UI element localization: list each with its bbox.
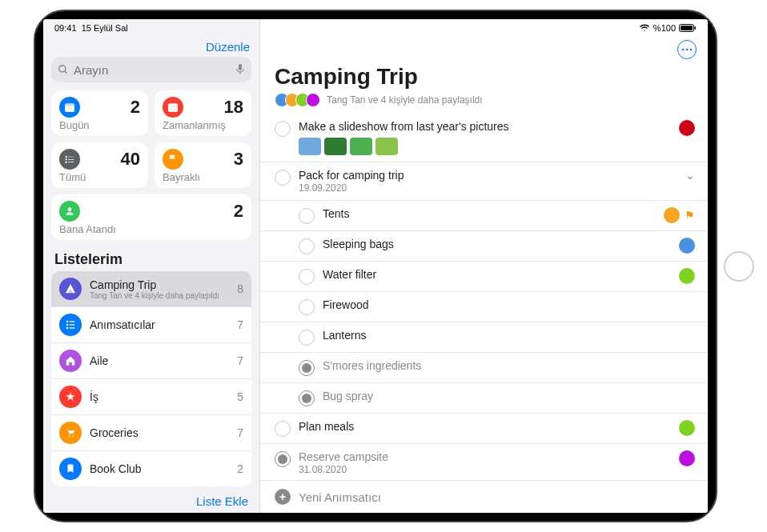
- search-field[interactable]: [51, 57, 251, 82]
- reminder-title: Sleeping bags: [323, 238, 671, 250]
- edit-button[interactable]: Düzenle: [206, 40, 250, 54]
- reminder-row[interactable]: S'mores ingredients: [260, 353, 708, 383]
- new-reminder-button[interactable]: + Yeni Anımsatıcı: [260, 480, 708, 513]
- list-name: Camping Trip: [90, 278, 229, 291]
- reminder-row[interactable]: Pack for camping trip 19.09.2020 ⌄: [260, 162, 708, 201]
- avatar: [306, 93, 320, 107]
- reminder-row[interactable]: Make a slideshow from last year's pictur…: [260, 114, 708, 162]
- assignee-avatar: [679, 238, 695, 254]
- completion-circle[interactable]: [299, 390, 315, 406]
- list-name: İş: [90, 390, 229, 403]
- completion-circle[interactable]: [275, 121, 291, 137]
- reminder-row[interactable]: Tents ⚑: [260, 201, 708, 231]
- completion-circle[interactable]: [299, 238, 315, 254]
- svg-rect-2: [239, 64, 242, 70]
- completion-circle[interactable]: [275, 421, 291, 437]
- battery-icon: [679, 24, 697, 32]
- sidebar: 09:41 15 Eylül Sal Düzenle 2 Bugün: [43, 19, 260, 513]
- reminder-title: Tents: [323, 207, 656, 220]
- list-item[interactable]: Aile 7: [51, 343, 251, 379]
- assignee-avatar: [664, 207, 680, 223]
- assignee-avatar: [679, 268, 695, 284]
- list-item[interactable]: Anımsatıcılar 7: [51, 307, 251, 343]
- reminder-row[interactable]: Reserve campsite 31.08.2020: [260, 444, 708, 480]
- list-icon: [59, 314, 82, 336]
- svg-point-11: [66, 327, 69, 330]
- reminder-title: Plan meals: [299, 420, 671, 433]
- reminder-row[interactable]: Lanterns: [260, 322, 708, 353]
- smart-list-today[interactable]: 2 Bugün: [51, 90, 148, 136]
- smart-list-scheduled[interactable]: 18 Zamanlanmış: [155, 90, 251, 136]
- svg-point-22: [690, 49, 693, 51]
- flagged-icon: [163, 149, 183, 170]
- home-button[interactable]: [724, 251, 754, 282]
- completion-circle[interactable]: [299, 269, 315, 285]
- list-icon: [59, 386, 82, 408]
- my-lists-header: Listelerim: [43, 246, 259, 271]
- list-name: Book Club: [90, 462, 229, 475]
- completion-circle[interactable]: [275, 170, 291, 186]
- reminder-row[interactable]: Water filter: [260, 262, 708, 292]
- assignee-avatar: [679, 450, 695, 466]
- svg-rect-6: [168, 103, 178, 112]
- list-item[interactable]: İş 5: [51, 379, 251, 415]
- reminder-title: Make a slideshow from last year's pictur…: [299, 120, 671, 133]
- smart-list-all[interactable]: 40 Tümü: [51, 142, 148, 188]
- search-icon: [58, 64, 69, 75]
- svg-point-16: [72, 435, 74, 437]
- list-item[interactable]: Groceries 7: [51, 415, 251, 451]
- completion-circle[interactable]: [299, 299, 315, 315]
- list-name: Groceries: [90, 426, 229, 439]
- battery-text: %100: [653, 23, 676, 33]
- list-icon: [59, 458, 82, 480]
- completion-circle[interactable]: [299, 208, 315, 224]
- chevron-down-icon[interactable]: ⌄: [685, 169, 695, 182]
- search-input[interactable]: [74, 63, 235, 77]
- smart-list-assigned[interactable]: 2 Bana Atandı: [51, 194, 251, 240]
- list-count: 7: [237, 354, 243, 367]
- reminder-row[interactable]: Bug spray: [260, 383, 708, 414]
- list-item[interactable]: Book Club 2: [51, 451, 251, 486]
- reminder-title: Water filter: [323, 268, 671, 281]
- list-name: Aile: [90, 354, 229, 367]
- smart-list-flagged[interactable]: 3 Bayraklı: [155, 142, 251, 188]
- more-button[interactable]: [677, 40, 697, 59]
- svg-rect-19: [695, 26, 697, 30]
- assignee-avatar: [679, 420, 695, 436]
- svg-rect-5: [65, 103, 74, 106]
- smart-count: 3: [234, 149, 243, 170]
- reminder-row[interactable]: Plan meals: [260, 414, 708, 444]
- smart-count: 2: [234, 201, 243, 222]
- lists-container: Camping Trip Tang Tan ve 4 kişiyle daha …: [51, 271, 251, 486]
- all-icon: [59, 149, 80, 170]
- list-item[interactable]: Camping Trip Tang Tan ve 4 kişiyle daha …: [51, 271, 251, 307]
- status-bar-right: %100: [260, 19, 708, 35]
- reminder-title: Pack for camping trip: [299, 169, 677, 182]
- thumbnail: [324, 138, 347, 155]
- completion-circle[interactable]: [299, 330, 315, 346]
- reminder-date: 19.09.2020: [299, 182, 677, 194]
- list-count: 7: [237, 318, 243, 331]
- thumbnail: [350, 138, 372, 155]
- list-count: 5: [237, 390, 243, 403]
- shared-text: Tang Tan ve 4 kişiyle daha paylaşıldı: [327, 94, 483, 106]
- smart-count: 18: [224, 97, 243, 118]
- reminder-row[interactable]: Sleeping bags: [260, 231, 708, 262]
- completion-circle[interactable]: [275, 451, 291, 467]
- status-time: 09:41: [54, 23, 77, 33]
- svg-rect-12: [70, 321, 75, 322]
- smart-lists-grid: 2 Bugün 18 Zamanlanmış 40 Tümü 3 Bayrakl…: [43, 90, 259, 246]
- svg-point-20: [682, 49, 685, 51]
- assignee-avatar: [679, 120, 695, 136]
- shared-with-row[interactable]: Tang Tan ve 4 kişiyle daha paylaşıldı: [260, 91, 708, 114]
- status-bar-left: 09:41 15 Eylül Sal: [43, 19, 259, 35]
- reminder-row[interactable]: Firewood: [260, 292, 708, 322]
- smart-count: 40: [121, 149, 140, 170]
- svg-point-10: [66, 324, 69, 326]
- list-icon: [59, 422, 82, 444]
- completion-circle[interactable]: [299, 360, 315, 376]
- reminders-list: Make a slideshow from last year's pictur…: [260, 114, 708, 480]
- mic-icon[interactable]: [235, 63, 245, 76]
- list-count: 8: [237, 282, 243, 295]
- add-list-button[interactable]: Liste Ekle: [43, 490, 259, 513]
